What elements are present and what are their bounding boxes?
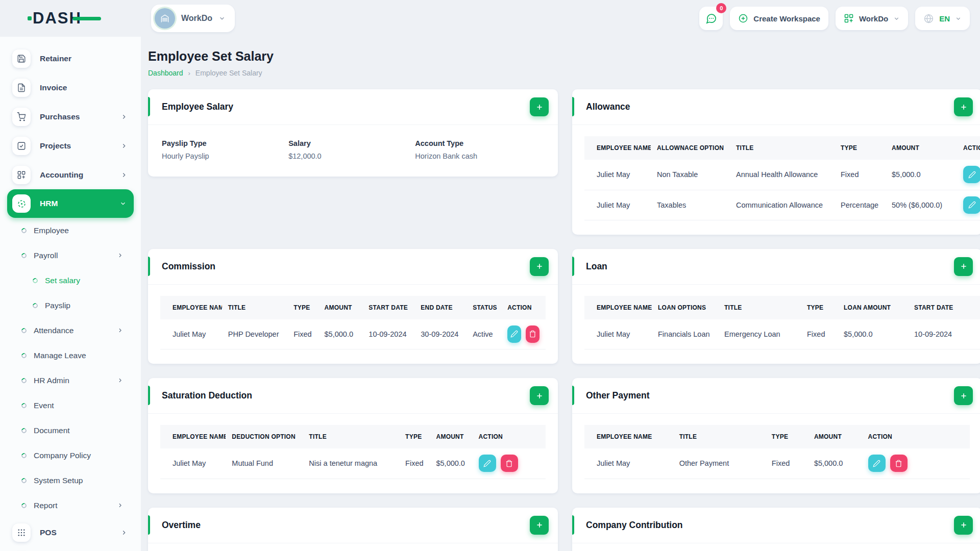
col-employee-name: EMPLOYEE NAME [584,425,673,448]
card-header: Allowance [572,89,980,125]
language-selector[interactable]: EN [915,7,970,30]
sidebar-item-accounting[interactable]: Accounting [12,160,135,189]
company-contribution-card: Company Contribution [572,508,980,551]
edit-button[interactable] [868,455,886,472]
bullet-icon [32,302,39,309]
breadcrumb-dashboard-link[interactable]: Dashboard [148,69,183,77]
plus-icon [535,392,544,400]
card-accent-bar [572,386,574,405]
table-header-row: EMPLOYEE NAME ALLOWNACE OPTION TITLE TYP… [584,136,980,160]
building-icon [160,13,170,23]
bullet-icon [20,227,28,234]
create-workspace-button[interactable]: Create Workspace [730,7,828,30]
cell-title: Emergency Loan [718,319,801,349]
delete-button[interactable] [526,325,540,343]
workspace-selector[interactable]: WorkDo [151,5,235,32]
col-loan-options: LOAN OPTIONS [652,296,718,319]
save-icon [12,49,31,68]
sidebar-subitem-company-policy[interactable]: Company Policy [12,443,135,468]
field-salary: Salary $12,000.0 [288,139,415,160]
cell-start-date: 10-09-2024 [362,319,414,349]
workspace-name: WorkDo [181,14,212,23]
card-header: Employee Salary [148,89,558,125]
sidebar-subitem-event[interactable]: Event [12,393,135,418]
sidebar-subitem-hr-admin[interactable]: HR Admin [12,368,135,393]
add-saturation-deduction-button[interactable] [530,386,549,405]
sidebar-item-label: Invoice [40,83,67,92]
col-employee-name: EMPLOYEE NAME [584,296,652,319]
sidebar-item-label: HRM [40,199,58,208]
workspace-avatar [155,8,175,29]
sidebar-subitem-employee[interactable]: Employee [12,218,135,243]
overtime-card: Overtime [148,508,558,551]
cell-employee: Juliet May [584,319,652,349]
chevron-right-icon [120,171,128,179]
cell-type: Percentage [835,190,886,220]
card-header: Company Contribution [572,508,980,543]
add-company-contribution-button[interactable] [954,516,973,535]
apps-menu-button[interactable]: WorkDo [836,7,908,30]
sidebar-subitem-document[interactable]: Document [12,418,135,443]
add-allowance-button[interactable] [954,97,973,116]
add-employee-salary-button[interactable] [530,97,549,116]
sidebar-item-hrm[interactable]: HRM [7,189,134,218]
messages-button[interactable]: 0 [699,7,723,30]
table-row: Juliet May Other Payment Fixed $5,000.0 [584,448,970,479]
col-title: TITLE [730,136,835,160]
col-amount: AMOUNT [808,425,862,448]
subitem-label: Document [34,426,70,435]
tasks-icon [12,137,31,155]
dash-logo[interactable]: DASH [33,9,108,28]
edit-button[interactable] [507,325,521,343]
edit-button[interactable] [963,196,980,214]
language-code: EN [939,14,950,23]
chevron-right-icon [120,113,128,120]
delete-button[interactable] [501,455,518,472]
sidebar-item-retainer[interactable]: Retainer [12,44,135,73]
sidebar-item-purchases[interactable]: Purchases [12,102,135,131]
bullet-icon [20,427,28,434]
col-title: TITLE [718,296,801,319]
col-type: TYPE [835,136,886,160]
chevron-right-icon [117,327,124,334]
sidebar-item-pos[interactable]: POS [12,518,135,547]
sidebar-item-crm[interactable]: CRM [12,547,135,551]
sidebar-subitem-payslip[interactable]: Payslip [12,293,135,318]
bullet-icon [20,452,28,459]
subitem-label: Manage Leave [34,351,86,360]
sidebar-item-projects[interactable]: Projects [12,131,135,160]
bullet-icon [20,502,28,509]
sidebar-subitem-report[interactable]: Report [12,493,135,518]
allowance-card: Allowance EMPLOYEE NAME ALLOWNACE OPTION… [572,89,980,235]
sidebar-item-invoice[interactable]: Invoice [12,73,135,102]
messages-count-badge: 0 [716,3,726,13]
col-amount: AMOUNT [886,136,957,160]
sidebar-subitem-attendance[interactable]: Attendance [12,318,135,343]
cell-title: Communication Allowance [730,190,835,220]
pencil-icon [510,330,518,338]
delete-button[interactable] [890,455,908,472]
page-title: Employee Set Salary [148,49,980,64]
sidebar-subitem-payroll[interactable]: Payroll [12,243,135,268]
sidebar-subitem-manage-leave[interactable]: Manage Leave [12,343,135,368]
edit-button[interactable] [963,166,980,183]
plus-icon [960,262,968,270]
col-employee-name: EMPLOYEE NAME [160,425,226,448]
bullet-icon [20,377,28,384]
edit-button[interactable] [479,455,496,472]
col-title: TITLE [222,296,287,319]
trash-icon [505,460,513,467]
commission-card: Commission EMPLOYEE NAME TITLE TYPE AMOU… [148,249,558,364]
sidebar-subitem-set-salary[interactable]: Set salary [12,268,135,293]
add-loan-button[interactable] [954,257,973,276]
card-header: Overtime [148,508,558,543]
cart-icon [12,108,31,126]
breadcrumb-separator: › [188,69,190,77]
sidebar-subitem-system-setup[interactable]: System Setup [12,468,135,493]
cell-amount: $5,000.0 [808,448,862,479]
card-accent-bar [148,97,150,116]
cell-option: Non Taxable [651,160,730,190]
add-other-payment-button[interactable] [954,386,973,405]
add-commission-button[interactable] [530,257,549,276]
add-overtime-button[interactable] [530,516,549,535]
